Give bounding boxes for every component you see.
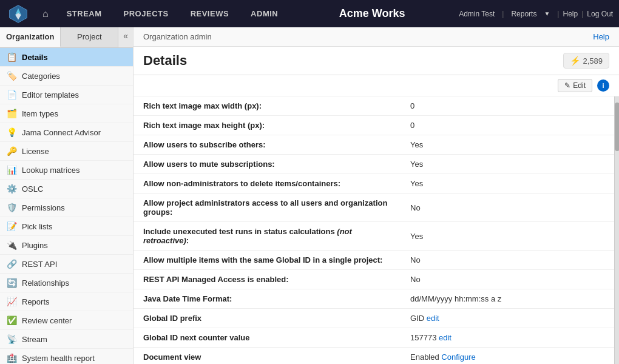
nav-reviews[interactable]: REVIEWS — [180, 0, 240, 27]
sidebar-label-16: System health report — [22, 354, 95, 363]
sidebar-item-editor-templates[interactable]: 📄Editor templates — [0, 86, 133, 104]
details-table: Rich text image max width (px):0Rich tex… — [134, 96, 619, 364]
sidebar-item-rest-api[interactable]: 🔗REST API — [0, 255, 133, 274]
sidebar-item-jama-connect-advisor[interactable]: 💡Jama Connect Advisor — [0, 123, 133, 142]
edit-button[interactable]: ✎ Edit — [558, 79, 592, 92]
sidebar-item-details[interactable]: 📋Details — [0, 48, 133, 67]
sidebar-item-lookup-matrices[interactable]: 📊Lookup matrices — [0, 161, 133, 180]
row-label: Rich text image max height (px): — [134, 116, 401, 135]
collapse-sidebar[interactable]: « — [118, 27, 133, 47]
top-navigation: ⌂ STREAM PROJECTS REVIEWS ADMIN Acme Wor… — [0, 0, 619, 27]
row-label: Document view — [134, 348, 401, 365]
sidebar-icon-2: 📄 — [6, 89, 17, 100]
row-action-link-12[interactable]: Configure — [441, 352, 475, 362]
pulse-icon: ⚡ — [570, 56, 580, 66]
sidebar-item-pick-lists[interactable]: 📝Pick lists — [0, 217, 133, 236]
sidebar-icon-9: 📝 — [6, 221, 17, 232]
row-value: Yes — [401, 174, 619, 194]
sidebar-icon-3: 🗂️ — [6, 108, 17, 119]
sidebar-icon-1: 🏷️ — [6, 70, 17, 81]
row-value: Yes — [401, 135, 619, 155]
row-value: GID edit — [401, 309, 619, 328]
table-row: Include unexecuted test runs in status c… — [134, 222, 619, 251]
tab-organization[interactable]: Organization — [0, 27, 61, 47]
sidebar-label-2: Editor templates — [22, 90, 79, 99]
table-row: Document viewEnabled Configure — [134, 348, 619, 365]
row-label: Global ID next counter value — [134, 328, 401, 348]
sidebar-icon-12: 🔄 — [6, 277, 17, 288]
app-logo — [6, 2, 30, 26]
sidebar-item-reports[interactable]: 📈Reports — [0, 292, 133, 311]
edit-label: Edit — [573, 81, 586, 90]
row-label: Java Date Time Format: — [134, 289, 401, 309]
sidebar-icon-15: 📡 — [6, 334, 17, 345]
scrollbar[interactable] — [614, 96, 619, 364]
nav-stream[interactable]: STREAM — [56, 0, 113, 27]
row-label: Allow multiple items with the same Globa… — [134, 251, 401, 270]
sidebar-icon-7: ⚙️ — [6, 183, 17, 194]
sidebar-item-item-types[interactable]: 🗂️Item types — [0, 104, 133, 123]
sidebar-item-plugins[interactable]: 🔌Plugins — [0, 236, 133, 255]
row-value: 157773 edit — [401, 328, 619, 348]
info-icon[interactable]: i — [597, 79, 609, 92]
sidebar-label-0: Details — [22, 53, 48, 62]
sidebar-label-4: Jama Connect Advisor — [22, 128, 101, 137]
reports-menu[interactable]: Reports — [507, 10, 540, 18]
nav-admin[interactable]: ADMIN — [240, 0, 289, 27]
content-header: Organization admin Help — [134, 27, 619, 47]
sidebar-item-stream[interactable]: 📡Stream — [0, 330, 133, 349]
sidebar-items-list: 📋Details🏷️Categories📄Editor templates🗂️I… — [0, 48, 133, 364]
sidebar-label-6: Lookup matrices — [22, 166, 79, 175]
nav-projects[interactable]: PROJECTS — [113, 0, 180, 27]
activity-count: 2,589 — [583, 56, 603, 66]
sidebar-label-14: Review center — [22, 316, 72, 325]
row-label: Allow users to subscribe others: — [134, 135, 401, 155]
logout-link[interactable]: Log Out — [587, 10, 613, 18]
user-area: Admin Test | Reports ▼ | Help | Log Out — [455, 10, 613, 18]
sidebar-icon-6: 📊 — [6, 164, 17, 175]
table-row: REST API Managed Access is enabled:No — [134, 270, 619, 289]
home-icon[interactable]: ⌂ — [35, 8, 56, 19]
content-title-row: Details ⚡ 2,589 — [134, 47, 619, 75]
sidebar-icon-8: 🛡️ — [6, 202, 17, 213]
help-link-content[interactable]: Help — [593, 32, 609, 41]
row-value: No — [401, 251, 619, 270]
row-label: Include unexecuted test runs in status c… — [134, 222, 401, 251]
sidebar-icon-11: 🔗 — [6, 258, 17, 269]
sidebar-label-1: Categories — [22, 72, 60, 81]
table-row: Allow users to mute subscriptions:Yes — [134, 155, 619, 174]
sidebar-item-license[interactable]: 🔑License — [0, 142, 133, 161]
table-row: Global ID prefixGID edit — [134, 309, 619, 328]
tab-project[interactable]: Project — [61, 27, 118, 47]
sidebar-icon-16: 🏥 — [6, 352, 17, 363]
table-row: Allow non-administrators to delete items… — [134, 174, 619, 194]
sidebar-item-categories[interactable]: 🏷️Categories — [0, 67, 133, 86]
sidebar-icon-4: 💡 — [6, 127, 17, 138]
row-action-link-11[interactable]: edit — [439, 333, 452, 342]
table-row: Allow multiple items with the same Globa… — [134, 251, 619, 270]
sidebar-item-review-center[interactable]: ✅Review center — [0, 311, 133, 330]
nav-items: STREAM PROJECTS REVIEWS ADMIN — [56, 0, 289, 27]
sidebar-icon-10: 🔌 — [6, 240, 17, 251]
activity-badge: ⚡ 2,589 — [563, 53, 609, 69]
sidebar-item-oslc[interactable]: ⚙️OSLC — [0, 180, 133, 198]
sidebar-label-10: Plugins — [22, 241, 48, 250]
pencil-icon: ✎ — [564, 81, 570, 90]
sidebar-label-7: OSLC — [22, 184, 43, 194]
row-label: Allow project administrators access to a… — [134, 194, 401, 222]
sidebar-item-permissions[interactable]: 🛡️Permissions — [0, 198, 133, 217]
app-title: Acme Works — [289, 7, 455, 20]
row-value: Yes — [401, 155, 619, 174]
sidebar-icon-13: 📈 — [6, 296, 17, 307]
row-action-link-10[interactable]: edit — [427, 314, 439, 323]
help-link[interactable]: Help — [563, 10, 578, 18]
table-row: Allow project administrators access to a… — [134, 194, 619, 222]
sidebar-icon-5: 🔑 — [6, 146, 17, 157]
row-value: Enabled Configure — [401, 348, 619, 365]
sidebar-label-5: License — [22, 147, 49, 156]
table-row: Global ID next counter value157773 edit — [134, 328, 619, 348]
sidebar-label-8: Permissions — [22, 203, 65, 212]
sidebar-item-relationships[interactable]: 🔄Relationships — [0, 274, 133, 292]
sidebar-item-system-health-report[interactable]: 🏥System health report — [0, 349, 133, 364]
table-container: Rich text image max width (px):0Rich tex… — [134, 96, 619, 364]
